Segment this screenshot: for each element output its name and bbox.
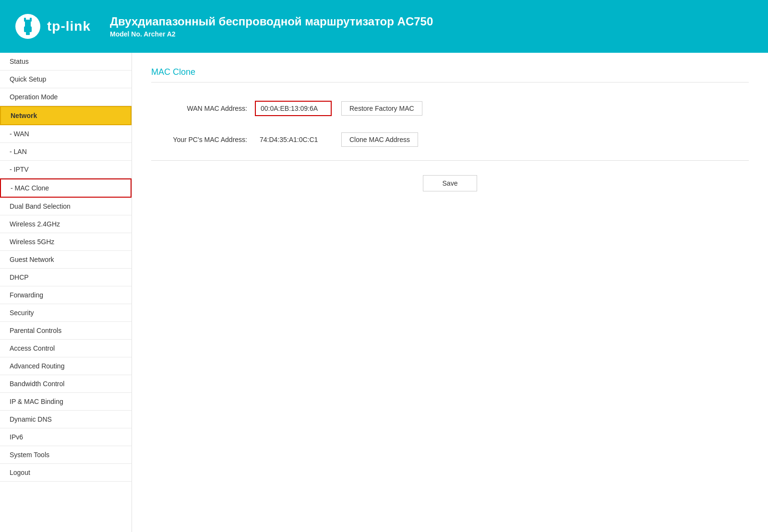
pc-mac-value: 74:D4:35:A1:0C:C1 [255, 133, 332, 146]
logo-text: tp-link [47, 19, 91, 34]
restore-factory-mac-button[interactable]: Restore Factory MAC [341, 101, 422, 116]
tplink-logo-icon [14, 13, 41, 40]
sidebar-item-dhcp[interactable]: DHCP [0, 269, 132, 286]
logo-area: tp-link [14, 13, 91, 40]
sidebar-item-wan[interactable]: - WAN [0, 125, 132, 143]
sidebar-item-dynamic-dns[interactable]: Dynamic DNS [0, 411, 132, 428]
sidebar-item-guest-network[interactable]: Guest Network [0, 251, 132, 269]
sidebar: StatusQuick SetupOperation ModeNetwork- … [0, 53, 132, 532]
divider [151, 160, 749, 161]
form-area: WAN MAC Address: Restore Factory MAC You… [151, 97, 749, 191]
sidebar-item-ip-mac-binding[interactable]: IP & MAC Binding [0, 393, 132, 411]
save-row: Save [151, 175, 749, 191]
wan-mac-label: WAN MAC Address: [151, 105, 247, 112]
main-layout: StatusQuick SetupOperation ModeNetwork- … [0, 53, 768, 532]
header-title: Двухдиапазонный беспроводной маршрутизат… [110, 15, 433, 28]
header: tp-link Двухдиапазонный беспроводной мар… [0, 0, 768, 53]
sidebar-item-mac-clone[interactable]: - MAC Clone [0, 178, 132, 198]
sidebar-item-lan[interactable]: - LAN [0, 143, 132, 161]
sidebar-item-quick-setup[interactable]: Quick Setup [0, 71, 132, 88]
page-title: MAC Clone [151, 67, 749, 83]
sidebar-item-dual-band[interactable]: Dual Band Selection [0, 198, 132, 215]
sidebar-item-status[interactable]: Status [0, 53, 132, 71]
svg-rect-3 [26, 32, 30, 35]
clone-mac-button[interactable]: Clone MAC Address [341, 132, 418, 147]
wan-mac-input[interactable] [255, 101, 332, 116]
sidebar-item-security[interactable]: Security [0, 304, 132, 322]
wan-mac-row: WAN MAC Address: Restore Factory MAC [151, 97, 749, 120]
content-area: MAC Clone WAN MAC Address: Restore Facto… [132, 53, 768, 532]
sidebar-item-advanced-routing[interactable]: Advanced Routing [0, 357, 132, 375]
pc-mac-label: Your PC's MAC Address: [151, 136, 247, 143]
sidebar-item-ipv6[interactable]: IPv6 [0, 428, 132, 446]
pc-mac-row: Your PC's MAC Address: 74:D4:35:A1:0C:C1… [151, 129, 749, 151]
sidebar-item-access-control[interactable]: Access Control [0, 340, 132, 357]
sidebar-item-wireless-5[interactable]: Wireless 5GHz [0, 233, 132, 251]
sidebar-item-system-tools[interactable]: System Tools [0, 446, 132, 464]
save-button[interactable]: Save [423, 175, 478, 191]
header-subtitle: Model No. Archer A2 [110, 30, 433, 38]
sidebar-item-forwarding[interactable]: Forwarding [0, 286, 132, 304]
sidebar-item-operation-mode[interactable]: Operation Mode [0, 88, 132, 106]
sidebar-item-parental-controls[interactable]: Parental Controls [0, 322, 132, 340]
svg-rect-5 [30, 18, 32, 22]
sidebar-item-logout[interactable]: Logout [0, 464, 132, 482]
sidebar-item-iptv[interactable]: - IPTV [0, 161, 132, 178]
header-title-area: Двухдиапазонный беспроводной маршрутизат… [110, 15, 433, 38]
sidebar-item-wireless-24[interactable]: Wireless 2.4GHz [0, 215, 132, 233]
sidebar-item-network[interactable]: Network [0, 106, 132, 125]
svg-rect-2 [24, 26, 32, 32]
sidebar-item-bandwidth-control[interactable]: Bandwidth Control [0, 375, 132, 393]
svg-rect-4 [24, 18, 26, 22]
